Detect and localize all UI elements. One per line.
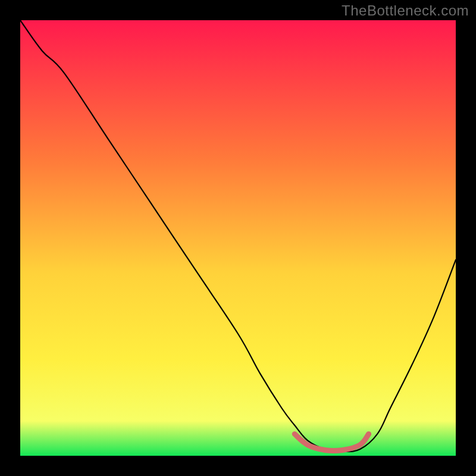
plot-area <box>20 20 456 456</box>
gradient-background <box>20 20 456 456</box>
bottleneck-chart <box>20 20 456 456</box>
watermark-text: TheBottleneck.com <box>342 2 469 19</box>
chart-frame: TheBottleneck.com <box>0 0 476 476</box>
